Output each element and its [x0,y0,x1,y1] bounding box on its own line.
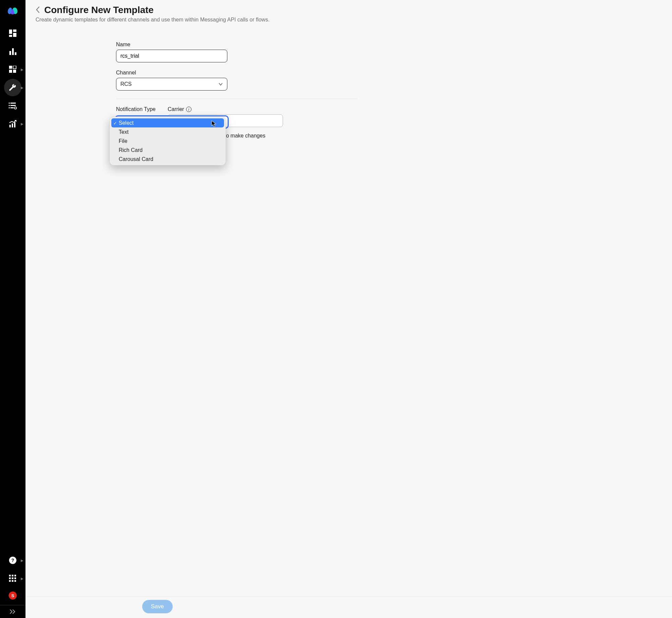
footer: Save [25,596,672,618]
help-icon: ? [9,557,16,564]
name-input-wrap [116,50,227,62]
svg-rect-27 [9,580,11,582]
carrier-label: Carrier i [168,106,283,112]
dropdown-option-text[interactable]: Text [111,127,224,136]
bar-chart-icon [9,48,16,55]
svg-rect-2 [13,33,16,37]
svg-rect-25 [12,577,13,579]
svg-rect-21 [9,575,11,576]
svg-rect-15 [9,107,10,108]
chevron-down-icon [218,81,223,87]
sidebar: ▶ ▶ [0,0,25,618]
svg-rect-5 [12,48,14,55]
nav-help[interactable]: ? ▶ [0,551,25,569]
svg-rect-28 [12,580,13,582]
svg-rect-7 [9,66,12,69]
chevron-left-icon [36,6,40,13]
page-title: Configure New Template [44,5,154,15]
nav-grid[interactable]: ▶ [0,569,25,587]
hint-text-fragment: o make changes [226,133,265,139]
caret-right-icon: ▶ [21,68,23,71]
caret-right-icon: ▶ [21,559,23,562]
dropdown-option-select[interactable]: ✓ Select [111,118,224,127]
growth-icon [9,120,17,127]
sidebar-bottom: ? ▶ ▶ S [0,551,25,618]
notification-type-label: Notification Type [116,106,156,112]
channel-label: Channel [116,70,357,76]
svg-rect-19 [12,123,13,127]
caret-right-icon: ▶ [21,577,23,580]
svg-rect-10 [13,70,16,73]
svg-rect-18 [9,125,11,127]
page-subtitle: Create dynamic templates for different c… [36,17,662,23]
info-icon[interactable]: i [186,107,191,112]
dropdown-option-file[interactable]: File [111,136,224,146]
svg-rect-29 [14,580,16,582]
svg-rect-26 [14,577,16,579]
nav-apps[interactable]: ▶ [0,60,25,78]
save-button[interactable]: Save [142,600,173,613]
svg-rect-12 [10,103,16,104]
channel-select[interactable]: RCS [116,78,227,91]
svg-rect-1 [13,30,16,32]
page: Configure New Template Create dynamic te… [25,0,672,618]
app-logo [7,0,18,24]
sidebar-expand[interactable] [0,605,25,618]
two-col: Notification Type ✓ Select Text F [116,106,357,127]
title-row: Configure New Template [36,5,662,15]
svg-rect-13 [9,105,10,106]
svg-rect-9 [9,70,12,73]
svg-rect-14 [10,105,16,106]
nav-tools[interactable]: ▶ [0,78,25,97]
wrench-icon [9,84,16,91]
status-badge: S [9,592,17,600]
section-divider [116,99,357,99]
svg-rect-20 [14,122,15,127]
notification-type-dropdown: ✓ Select Text File Rich Card [110,117,226,165]
caret-right-icon: ▶ [21,122,23,126]
nav-analytics[interactable] [0,42,25,60]
dropdown-option-rich-card[interactable]: Rich Card [111,146,224,155]
nav-status[interactable]: S [0,587,25,604]
check-icon: ✓ [113,120,117,125]
svg-rect-4 [9,51,11,55]
nav-active-bg [4,79,21,96]
page-header: Configure New Template Create dynamic te… [25,0,672,25]
nav-lists[interactable] [0,97,25,115]
svg-rect-11 [9,103,10,104]
svg-rect-3 [9,35,12,37]
back-button[interactable] [36,5,40,15]
svg-rect-16 [10,107,14,108]
chevron-double-right-icon [10,609,16,614]
svg-rect-0 [9,30,12,34]
svg-rect-22 [12,575,13,576]
webex-logo-icon [7,6,18,15]
channel-value: RCS [120,81,132,87]
svg-rect-8 [13,66,16,69]
apps-icon [9,66,16,73]
grid-nine-icon [9,575,16,582]
sidebar-top: ▶ ▶ [0,0,25,133]
col-notification-type: Notification Type ✓ Select Text F [116,106,156,127]
dropdown-option-carousal-card[interactable]: Carousal Card [111,155,224,164]
nav-growth[interactable]: ▶ [0,115,25,133]
content: Name Channel RCS Notification Type [25,25,672,596]
svg-rect-6 [15,52,16,55]
nav-dashboard[interactable] [0,24,25,42]
svg-point-17 [14,107,16,109]
svg-rect-24 [9,577,11,579]
name-label: Name [116,42,357,48]
svg-rect-23 [14,575,16,576]
name-input[interactable] [120,53,223,59]
form-area: Name Channel RCS Notification Type [116,42,357,127]
list-search-icon [9,102,17,109]
dashboard-icon [9,30,16,37]
